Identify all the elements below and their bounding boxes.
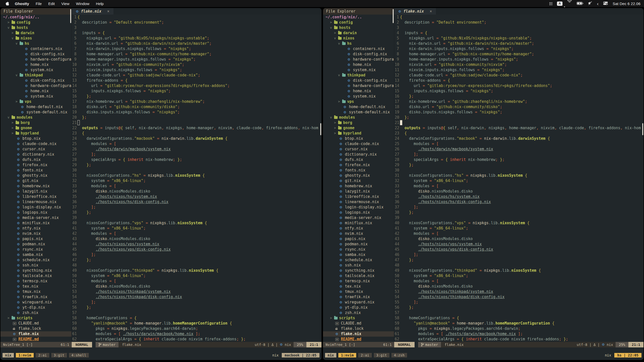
code-line-39[interactable]: 39 — [394, 215, 643, 220]
code-line-9[interactable]: 9 home-manager.inputs.nixpkgs.follows = … — [394, 57, 643, 62]
code-line-19[interactable]: 19 disko.inputs.nixpkgs.follows = "nixpk… — [394, 110, 643, 115]
tree-file-tex.nix[interactable]: ⚙tex.nix — [323, 284, 394, 289]
code-line-23[interactable]: 23 { — [394, 131, 643, 136]
code-line-23[interactable]: 23 { — [72, 131, 321, 136]
tree-folder-thinkpad[interactable]: vthinkpad — [1, 73, 71, 78]
code-line-2[interactable]: 2 description = "Default environment"; — [394, 20, 643, 25]
tree-file-flake.nix[interactable]: ⚙flake.nix — [323, 331, 394, 337]
code-line-5[interactable]: 5 nixpkgs.url = "github:NixOS/nixpkgs/ni… — [394, 36, 643, 41]
tree-folder-hyprland[interactable]: >hyprland — [323, 131, 394, 136]
menubar-item-window[interactable]: Window — [73, 2, 93, 6]
menubar-clock[interactable]: Sat Dec 6 22.06 — [613, 2, 640, 6]
tree-file-libreoffice.nix[interactable]: ⚙libreoffice.nix — [323, 194, 394, 199]
tree-file-lazygit.nix[interactable]: ⚙lazygit.nix — [1, 189, 71, 194]
tree-file-README.md[interactable]: MREADME.md — [323, 337, 394, 342]
tree-file-samba.nix[interactable]: ⚙samba.nix — [323, 252, 394, 257]
code-line-38[interactable]: 38 }; — [72, 210, 321, 215]
tree-file-zsh.nix[interactable]: ⚙zsh.nix — [323, 310, 394, 315]
code-line-25[interactable]: 25 modules = [ — [72, 141, 321, 147]
code-line-12[interactable]: 12 claude-code.url = "github:sadjow/clau… — [394, 73, 643, 78]
code-line-4[interactable]: 4 inputs = { — [72, 30, 321, 36]
editor-scrollbar[interactable] — [642, 123, 643, 135]
tmux-window-3-git[interactable]: 3:git — [51, 353, 67, 357]
tree-file-logiops.nix[interactable]: ⚙logiops.nix — [1, 210, 71, 215]
code-line-18[interactable]: 18 disko.url = "github:nix-community/dis… — [394, 104, 643, 110]
code-line-45[interactable]: 45 ./hosts/nixos/vps/disk-config.nix — [394, 247, 643, 252]
tree-file-system.nix[interactable]: ⚙system.nix — [323, 94, 394, 99]
code-line-18[interactable]: 18 disko.url = "github:nix-community/dis… — [72, 104, 321, 110]
code-line-7[interactable]: 7 nix-darwin.inputs.nixpkgs.follows = "n… — [72, 46, 321, 52]
code-line-44[interactable]: 44 ./hosts/nixos/vps/system.nix — [394, 242, 643, 247]
tree-file-rsync.nix[interactable]: ⚙rsync.nix — [1, 247, 71, 252]
tree-folder-vps[interactable]: >vps — [323, 99, 394, 104]
code-line-42[interactable]: 42 modules = [ — [72, 231, 321, 236]
tree-folder-vps[interactable]: >vps — [1, 99, 71, 104]
code-line-16[interactable]: 16 }; — [394, 94, 643, 99]
tree-file-traefik.nix[interactable]: ⚙traefik.nix — [1, 294, 71, 300]
tree-file-dictionary.nix[interactable]: ⚙dictionary.nix — [1, 152, 71, 157]
tree-file-papis.nix[interactable]: ⚙papis.nix — [1, 236, 71, 242]
apple-logo-icon[interactable] — [5, 1, 9, 6]
code-line-21[interactable]: 21 — [394, 120, 643, 125]
code-line-11[interactable]: 11 nixvim.inputs.nixpkgs.follows = "nixp… — [72, 67, 321, 73]
code-line-38[interactable]: 38 }; — [394, 210, 643, 215]
tree-file-traefik.nix[interactable]: ⚙traefik.nix — [323, 294, 394, 300]
code-line-6[interactable]: 6 nix-darwin.url = "github:nix-darwin/ni… — [72, 41, 321, 46]
tree-file-syncthing.nix[interactable]: ⚙syncthing.nix — [1, 268, 71, 273]
tree-file-nvim.nix[interactable]: ⚙nvim.nix — [323, 231, 394, 236]
tmux-window-1-nvim[interactable]: 1:nvim — [338, 353, 356, 357]
code-line-28[interactable]: 28 specialArgs = { inherit nix-homebrew;… — [72, 157, 321, 162]
tree-folder-nixos[interactable]: vnixos — [323, 36, 394, 41]
code-line-9[interactable]: 9 home-manager.inputs.nixpkgs.follows = … — [72, 57, 321, 62]
tree-file-system.nix[interactable]: ⚙system.nix — [1, 94, 71, 99]
tree-root[interactable]: ~/.config/nix/.. — [1, 15, 71, 20]
tree-file-lazygit.nix[interactable]: ⚙lazygit.nix — [323, 189, 394, 194]
code-line-54[interactable]: 54 ./hosts/nixos/thinkpad/disk-config.ni… — [394, 294, 643, 300]
code-line-6[interactable]: 6 nix-darwin.url = "github:nix-darwin/ni… — [394, 41, 643, 46]
explorer-scrollbar[interactable] — [393, 9, 394, 23]
tree-file-schedule.nix[interactable]: ⚙schedule.nix — [1, 257, 71, 263]
code-line-41[interactable]: 41 system = "x86_64-linux"; — [394, 226, 643, 231]
mute-icon[interactable] — [588, 1, 592, 6]
tree-file-containers.nix[interactable]: ⚙containers.nix — [1, 46, 71, 52]
tree-file-btop.nix[interactable]: ⚙btop.nix — [323, 136, 394, 141]
tree-file-cursor.nix[interactable]: ⚙cursor.nix — [1, 147, 71, 152]
tree-file-tmux.nix[interactable]: ⚙tmux.nix — [1, 289, 71, 294]
code-line-43[interactable]: 43 disko.nixosModules.disko — [394, 236, 643, 242]
tree-file-cursor.nix[interactable]: ⚙cursor.nix — [323, 147, 394, 152]
tree-file-flake.nix[interactable]: ⚙flake.nix — [1, 331, 71, 337]
tree-folder-gnome[interactable]: >gnome — [1, 125, 71, 131]
tree-folder-hs[interactable]: vhs — [1, 41, 71, 46]
code-line-50[interactable]: 50 system = "x86_64-linux"; — [72, 273, 321, 279]
code-line-22[interactable]: 22 outputs = inputs@{ self, nix-darwin, … — [394, 125, 643, 131]
code-line-61[interactable]: 61 modules = [ ./hosts/darwin/macbook/ho… — [394, 331, 643, 337]
tree-file-schedule.nix[interactable]: ⚙schedule.nix — [323, 257, 394, 263]
wifi-icon[interactable] — [567, 0, 572, 8]
code-line-14[interactable]: 14 url = "gitlab:rycee/nur-expressions?d… — [394, 83, 643, 88]
code-line-25[interactable]: 25 modules = [ — [394, 141, 643, 147]
tree-file-logiops.nix[interactable]: ⚙logiops.nix — [323, 210, 394, 215]
tmux-window-4-zsh[interactable]: 4:zsh — [391, 353, 407, 357]
code-line-58[interactable]: 58 homeConfigurations = { — [394, 315, 643, 321]
code-line-55[interactable]: 55 ]; — [72, 300, 321, 305]
tmux-window-3-git[interactable]: 3:git — [374, 353, 389, 357]
code-line-16[interactable]: 16 }; — [72, 94, 321, 99]
code-line-8[interactable]: 8 home-manager.url = "github:nix-communi… — [72, 52, 321, 57]
tree-folder-config[interactable]: >config — [1, 20, 71, 25]
code-line-59[interactable]: 59 "yanlin@macbook" = home-manager.lib.h… — [72, 321, 321, 326]
tree-file-tailscale.nix[interactable]: ⚙tailscale.nix — [323, 273, 394, 279]
code-line-12[interactable]: 12 claude-code.url = "github:sadjow/clau… — [72, 73, 321, 78]
code-line-21[interactable]: 21 — [72, 120, 321, 125]
code-line-49[interactable]: 49 nixosConfigurations."thinkpad" = nixp… — [72, 268, 321, 273]
explorer-scrollbar[interactable] — [70, 9, 71, 23]
code-line-14[interactable]: 14 url = "gitlab:rycee/nur-expressions?d… — [72, 83, 321, 88]
tree-file-libreoffice.nix[interactable]: ⚙libreoffice.nix — [1, 194, 71, 199]
tree-folder-nixos[interactable]: vnixos — [1, 36, 71, 41]
tree-file-disk-config.nix[interactable]: ⚙disk-config.nix — [1, 78, 71, 83]
tree-file-home.nix[interactable]: ⚙home.nix — [323, 88, 394, 94]
code-line-40[interactable]: 40 nixosConfigurations."vps" = nixpkgs.l… — [394, 220, 643, 226]
code-line-41[interactable]: 41 system = "x86_64-linux"; — [72, 226, 321, 231]
tree-folder-thinkpad[interactable]: vthinkpad — [323, 73, 394, 78]
code-line-55[interactable]: 55 ]; — [394, 300, 643, 305]
tree-folder-gnome[interactable]: >gnome — [323, 125, 394, 131]
